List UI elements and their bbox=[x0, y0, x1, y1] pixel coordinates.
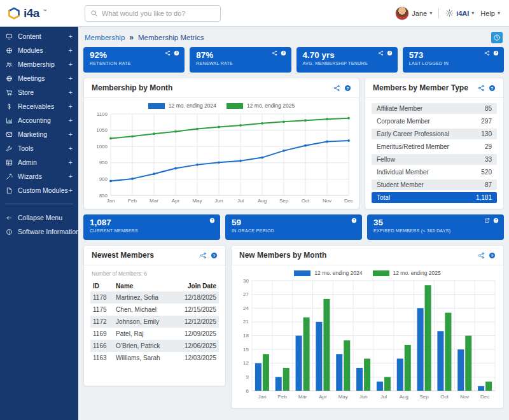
member-type-label: Emeritus/Retired Member bbox=[377, 143, 449, 150]
legend-swatch bbox=[373, 270, 389, 276]
column-header-join-date: Join Date bbox=[174, 281, 219, 291]
member-type-row: Early Career Professional130 bbox=[372, 129, 497, 139]
member-id: 1169 bbox=[90, 328, 113, 340]
svg-text:?: ? bbox=[176, 51, 178, 55]
svg-text:Dec: Dec bbox=[480, 394, 489, 400]
help-menu[interactable]: Help ▾ bbox=[480, 10, 500, 17]
question-circle-icon[interactable]: ? bbox=[281, 50, 286, 56]
legend-item[interactable]: 12 mo. ending 2024 bbox=[294, 270, 362, 276]
question-circle-icon[interactable]: ? bbox=[489, 85, 496, 92]
i4ai-label: i4AI bbox=[456, 10, 469, 17]
question-circle-icon[interactable]: ? bbox=[209, 218, 215, 223]
sidebar-item-store[interactable]: Store+ bbox=[0, 85, 78, 99]
member-type-total-row: Total1,181 bbox=[372, 192, 497, 203]
clock-widget-button[interactable] bbox=[491, 32, 503, 43]
kpi-card-current-members: ?1,087CURRENT MEMBERS bbox=[83, 214, 220, 240]
i4ai-menu[interactable]: i4AI ▾ bbox=[445, 9, 474, 17]
sidebar-item-admin[interactable]: Admin+ bbox=[0, 155, 78, 169]
member-type-value: 130 bbox=[481, 130, 492, 137]
sidebar-item-tools[interactable]: Tools+ bbox=[0, 141, 78, 155]
external-link-icon[interactable] bbox=[484, 218, 490, 223]
sidebar-item-accounting[interactable]: Accounting+ bbox=[0, 113, 78, 127]
globe-icon bbox=[6, 75, 13, 82]
share-nodes-icon[interactable] bbox=[200, 252, 207, 259]
svg-text:Feb: Feb bbox=[128, 198, 137, 204]
share-nodes-icon[interactable] bbox=[478, 252, 485, 259]
svg-text:Aug: Aug bbox=[258, 198, 267, 204]
expand-plus-icon: + bbox=[69, 144, 73, 152]
sidebar-item-receivables[interactable]: Receivables+ bbox=[0, 99, 78, 113]
table-row: 1169Patel, Raj12/09/2025 bbox=[90, 328, 219, 340]
sidebar-item-meetings[interactable]: Meetings+ bbox=[0, 71, 78, 85]
chevron-down-icon: ▾ bbox=[498, 10, 500, 16]
svg-text:Mar: Mar bbox=[298, 394, 307, 400]
legend-item[interactable]: 12 mo. ending 2024 bbox=[148, 102, 216, 109]
breadcrumb-membership[interactable]: Membership bbox=[85, 34, 125, 41]
double-chevron-icon: » bbox=[129, 33, 134, 42]
app-logo[interactable]: i4a ™ bbox=[0, 6, 78, 20]
sidebar-item-label: Tools bbox=[18, 144, 69, 152]
svg-text:?: ? bbox=[389, 51, 391, 55]
question-circle-icon[interactable]: ? bbox=[493, 50, 499, 56]
sidebar-item-content[interactable]: Content+ bbox=[0, 29, 78, 43]
logo-trademark: ™ bbox=[43, 9, 46, 13]
svg-text:?: ? bbox=[491, 85, 494, 90]
kpi-card-last-logged-in: ?573LAST LOGGED IN bbox=[403, 47, 504, 73]
sidebar-item-custom-modules[interactable]: Custom Modules+ bbox=[0, 183, 78, 197]
svg-text:1050: 1050 bbox=[96, 127, 108, 133]
member-type-row: Emeritus/Retired Member29 bbox=[372, 141, 497, 152]
search-icon bbox=[90, 10, 98, 17]
legend-item[interactable]: 12 mo. ending 2025 bbox=[373, 270, 441, 276]
total-value: 1,181 bbox=[476, 194, 492, 201]
sidebar-item-marketing[interactable]: Marketing+ bbox=[0, 127, 78, 141]
share-nodes-icon[interactable] bbox=[378, 50, 384, 56]
question-circle-icon[interactable]: ? bbox=[493, 218, 499, 223]
share-nodes-icon[interactable] bbox=[333, 85, 340, 92]
gear-icon bbox=[445, 9, 454, 17]
svg-text:Nov: Nov bbox=[323, 198, 331, 204]
expand-plus-icon: + bbox=[69, 60, 73, 68]
share-nodes-icon[interactable] bbox=[478, 85, 485, 92]
sidebar-item-wizards[interactable]: Wizards+ bbox=[0, 169, 78, 183]
kpi-value: 1,087 bbox=[90, 218, 214, 227]
share-nodes-icon[interactable] bbox=[484, 50, 490, 56]
search-input[interactable] bbox=[102, 10, 215, 17]
sidebar-item-label: Wizards bbox=[18, 172, 69, 180]
svg-text:Oct: Oct bbox=[302, 198, 310, 204]
svg-text:Jun: Jun bbox=[215, 198, 223, 204]
member-type-label: Fellow bbox=[377, 156, 395, 163]
sidebar-item-membership[interactable]: Membership+ bbox=[0, 57, 78, 71]
table-row: 1175Chen, Michael12/15/2025 bbox=[90, 304, 219, 316]
global-search[interactable] bbox=[85, 5, 221, 22]
user-menu[interactable]: Jane ▾ bbox=[395, 6, 432, 20]
share-nodes-icon[interactable] bbox=[165, 50, 171, 56]
software-information-button[interactable]: Software Information bbox=[0, 225, 78, 239]
question-circle-icon[interactable]: ? bbox=[344, 85, 351, 92]
question-circle-icon[interactable]: ? bbox=[489, 252, 496, 259]
sidebar-divider bbox=[5, 204, 73, 204]
question-circle-icon[interactable]: ? bbox=[387, 50, 393, 56]
sidebar-item-label: Admin bbox=[18, 158, 69, 166]
question-circle-icon[interactable]: ? bbox=[351, 218, 357, 223]
kpi-card-in-grace-period: ?59IN GRACE PERIOD bbox=[225, 214, 362, 240]
expand-plus-icon: + bbox=[69, 116, 73, 124]
svg-text:1100: 1100 bbox=[97, 111, 108, 117]
svg-text:?: ? bbox=[211, 218, 213, 222]
chevron-down-icon: ▾ bbox=[429, 10, 432, 16]
member-type-value: 85 bbox=[485, 105, 492, 112]
svg-text:Jan: Jan bbox=[107, 198, 115, 204]
question-circle-icon[interactable]: ? bbox=[211, 252, 218, 259]
collapse-menu-button[interactable]: Collapse Menu bbox=[0, 211, 78, 225]
wrench-icon bbox=[6, 145, 13, 152]
legend-item[interactable]: 12 mo. ending 2025 bbox=[227, 102, 295, 109]
membership-line-chart: 850900950100010501100JanFebMarAprMayJunJ… bbox=[84, 110, 359, 208]
question-circle-icon[interactable]: ? bbox=[174, 50, 179, 56]
sidebar-item-label: Custom Modules bbox=[18, 186, 69, 194]
share-nodes-icon[interactable] bbox=[272, 50, 277, 56]
breadcrumb-current: Membership Metrics bbox=[138, 34, 204, 41]
member-id: 1172 bbox=[90, 316, 113, 328]
svg-text:30: 30 bbox=[243, 278, 249, 284]
kpi-label: CURRENT MEMBERS bbox=[90, 228, 214, 233]
sidebar-item-modules[interactable]: Modules+ bbox=[0, 43, 78, 57]
sidebar-item-label: Accounting bbox=[18, 116, 69, 124]
